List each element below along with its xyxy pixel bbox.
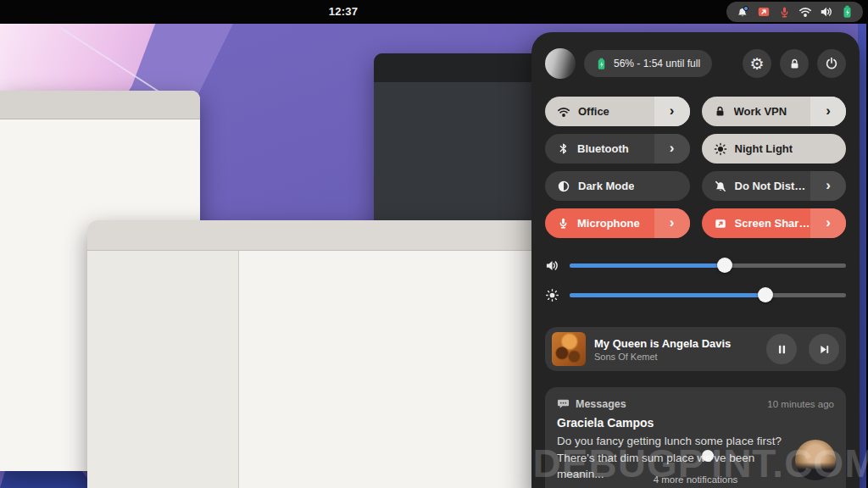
toggle-screen-sharing-submenu-arrow[interactable]: › [810,208,846,238]
window-titlebar[interactable] [0,91,200,119]
volume-tray-icon [820,5,833,19]
toggle-label: Night Light [735,142,793,155]
toggle-label: Screen Sharing [735,217,811,230]
chevron-right-icon: › [826,103,831,118]
chevron-right-icon: › [826,178,831,192]
toggle-vpn[interactable]: Work VPN › [702,97,847,126]
power-button[interactable] [817,49,846,78]
toggle-bluetooth-submenu-arrow[interactable]: › [654,134,690,164]
speaker-icon [545,258,559,273]
more-notifications-label[interactable]: 4 more notifications [531,474,860,485]
toggle-dark-mode[interactable]: Dark Mode [545,171,690,201]
gear-icon: ⚙ [749,56,764,72]
media-title: My Queen is Angela Davis [594,337,754,350]
media-player-card[interactable]: My Queen is Angela Davis Sons Of Kemet [545,327,846,371]
chevron-right-icon: › [670,103,675,118]
half-circle-icon [557,180,570,193]
vpn-lock-icon [714,105,726,118]
toggle-label: Bluetooth [577,142,629,155]
quick-settings-panel: 56% - 1:54 until full ⚙ [531,32,860,488]
wifi-tray-icon [798,5,812,19]
night-light-icon [714,142,727,156]
media-artist: Sons Of Kemet [594,352,754,362]
toggle-vpn-submenu-arrow[interactable]: › [810,97,846,126]
notification-card[interactable]: Messages 10 minutes ago Graciela Campos … [545,387,846,488]
toggle-label: Do Not Disturb [735,180,811,192]
skip-next-button[interactable] [809,334,839,364]
toggle-wifi-submenu-arrow[interactable]: › [654,97,690,126]
toggle-microphone[interactable]: Microphone › [545,208,690,238]
notification-timestamp: 10 minutes ago [767,399,834,409]
volume-slider-fill [570,263,725,268]
pause-button[interactable] [766,334,797,364]
notification-sender: Graciela Campos [557,416,834,430]
system-tray[interactable] [726,2,863,22]
battery-status-button[interactable]: 56% - 1:54 until full [584,50,712,77]
brightness-slider-handle[interactable] [758,287,773,302]
window-main-pane[interactable] [239,251,579,488]
toggle-bluetooth[interactable]: Bluetooth › [545,134,690,164]
settings-button[interactable]: ⚙ [743,49,771,78]
user-avatar[interactable] [545,48,576,79]
battery-status-label: 56% - 1:54 until full [614,58,700,69]
bell-crossed-icon [714,180,727,193]
brightness-slider-fill [570,293,765,297]
notification-body-line1: Do you fancy getting lunch some place fi… [557,433,785,450]
volume-slider-row [545,258,846,273]
lock-icon [788,58,801,70]
toggle-label: Work VPN [734,105,787,118]
wifi-icon [557,105,570,119]
volume-slider-handle[interactable] [717,258,732,273]
quick-settings-header: 56% - 1:54 until full ⚙ [545,48,846,79]
quick-toggles-grid: Office › Work VPN › [545,97,846,238]
volume-slider-track[interactable] [570,263,846,268]
brightness-slider-row [545,287,846,302]
chevron-right-icon: › [826,215,831,230]
notification-app-name: Messages [576,398,626,410]
brightness-icon [545,288,559,302]
album-art [552,332,586,366]
microphone-tray-icon [778,6,791,19]
window-titlebar[interactable] [87,220,579,251]
chevron-right-icon: › [670,215,675,230]
skip-next-icon [818,343,831,356]
toggle-label: Microphone [577,217,640,230]
window-sidebar-pane[interactable] [87,251,239,488]
pause-icon [776,343,788,356]
brightness-slider-track[interactable] [570,293,846,297]
foreground-window[interactable] [87,220,579,488]
chevron-right-icon: › [670,141,675,155]
sliders-section [545,258,846,317]
top-bar: 12:37 [0,0,868,24]
microphone-icon [557,217,570,230]
screen-share-tray-icon [757,5,771,19]
toggle-label: Dark Mode [578,180,634,192]
bluetooth-icon [557,142,570,155]
battery-charging-icon [841,5,854,19]
toggle-night-light[interactable]: Night Light [702,134,847,164]
chat-bubble-icon [557,397,570,410]
power-icon [825,57,838,70]
toggle-wifi-office[interactable]: Office › [545,97,690,126]
lock-button[interactable] [780,49,809,78]
notifications-bell-icon [736,5,749,19]
toggle-microphone-submenu-arrow[interactable]: › [654,208,690,238]
toggle-label: Office [578,105,609,118]
screen-share-icon [714,217,727,230]
toggle-screen-sharing[interactable]: Screen Sharing › [702,208,847,238]
toggle-do-not-disturb[interactable]: Do Not Disturb › [702,171,847,201]
toggle-dnd-submenu-arrow[interactable]: › [810,171,846,201]
clock[interactable]: 12:37 [313,0,374,24]
battery-charging-icon [596,58,607,70]
